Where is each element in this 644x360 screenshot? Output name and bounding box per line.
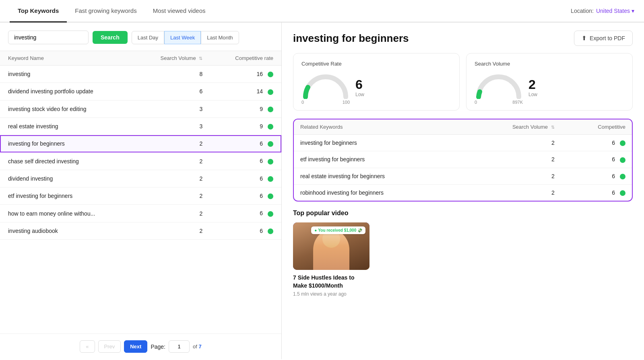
rate-cell: 6 xyxy=(211,222,281,239)
rate-dot xyxy=(268,211,273,217)
location-label: Location: xyxy=(571,8,594,14)
volume-value: 2 xyxy=(528,78,536,91)
keyword-cell: dividend investing xyxy=(0,170,134,187)
related-row[interactable]: real estate investing for beginners 2 6 xyxy=(294,168,632,184)
gauge-labels-volume: 0 897K xyxy=(475,100,523,105)
related-col-volume[interactable]: Search Volume ⇅ xyxy=(464,119,561,135)
rate-cell: 14 xyxy=(211,83,281,100)
volume-cell: 8 xyxy=(134,66,211,83)
rate-dot xyxy=(268,89,273,95)
main-layout: Search Last Day Last Week Last Month Key… xyxy=(0,23,644,359)
rate-cell: 6 xyxy=(211,135,281,152)
table-row[interactable]: investing stock video for editing 3 9 xyxy=(0,100,281,117)
filter-last-day[interactable]: Last Day xyxy=(132,31,164,44)
page-label: Page: xyxy=(151,344,165,350)
table-row[interactable]: etf investing for beginners 2 6 xyxy=(0,187,281,205)
related-rate-cell: 6 xyxy=(561,184,632,201)
rate-dot xyxy=(620,174,625,179)
export-button[interactable]: ⬆ Export to PDF xyxy=(574,31,633,46)
table-row[interactable]: chase self directed investing 2 6 xyxy=(0,152,281,170)
search-volume-title: Search Volume xyxy=(475,61,624,67)
filter-last-week[interactable]: Last Week xyxy=(164,31,201,44)
rate-cell: 6 xyxy=(211,152,281,170)
volume-cell: 3 xyxy=(134,100,211,117)
keyword-cell: investing stock video for editing xyxy=(0,100,134,117)
prev-button[interactable]: Prev xyxy=(98,340,121,353)
related-keywords-section: Related Keywords Search Volume ⇅ Competi… xyxy=(293,119,633,202)
rate-dot xyxy=(268,124,273,130)
gauge-value-volume: 2 Low xyxy=(528,78,537,97)
sort-icon: ⇅ xyxy=(199,56,202,61)
video-card[interactable]: ● You received $1,000 💸 7 Side Hustles I… xyxy=(293,222,369,297)
volume-cell: 2 xyxy=(134,170,211,187)
keyword-cell: how to earn money online withou... xyxy=(0,205,134,222)
video-badge: ● You received $1,000 💸 xyxy=(311,226,365,234)
related-keyword-cell: robinhood investing for beginners xyxy=(294,184,464,201)
table-row[interactable]: real estate investing 3 9 xyxy=(0,117,281,135)
volume-cell: 2 xyxy=(134,135,211,152)
tab-top-keywords[interactable]: Top Keywords xyxy=(10,0,67,23)
table-row[interactable]: how to earn money online withou... 2 6 xyxy=(0,205,281,222)
related-row[interactable]: robinhood investing for beginners 2 6 xyxy=(294,184,632,201)
rate-dot xyxy=(268,159,273,165)
export-icon: ⬆ xyxy=(582,35,587,42)
pagination: « Prev Next Page: of 7 xyxy=(0,333,281,359)
volume-cell: 3 xyxy=(134,117,211,135)
search-button[interactable]: Search xyxy=(93,31,128,44)
table-row[interactable]: investing 8 16 xyxy=(0,66,281,83)
video-thumb-inner: ● You received $1,000 💸 xyxy=(293,222,369,270)
nav-tabs: Top Keywords Fast growing keywords Most … xyxy=(10,0,214,22)
gauge-value-competitive: 6 Low xyxy=(355,78,364,97)
tab-most-viewed[interactable]: Most viewed videos xyxy=(145,0,214,23)
table-row-selected[interactable]: investing for beginners 2 6 xyxy=(0,135,281,152)
related-volume-cell: 2 xyxy=(464,184,561,201)
popular-section-title: Top popular video xyxy=(293,210,633,217)
keyword-cell: real estate investing xyxy=(0,117,134,135)
next-button[interactable]: Next xyxy=(124,340,147,353)
video-title: 7 Side Hustles Ideas to Make $1000/Month xyxy=(293,274,369,290)
page-input[interactable] xyxy=(169,340,190,353)
location-value[interactable]: United States ▾ xyxy=(596,8,634,14)
rate-dot xyxy=(268,176,273,182)
rate-dot xyxy=(620,157,625,163)
related-volume-cell: 2 xyxy=(464,168,561,184)
col-search-volume[interactable]: Search Volume ⇅ xyxy=(134,51,211,66)
keyword-title: investing for beginners xyxy=(293,32,409,45)
location-selector[interactable]: Location: United States ▾ xyxy=(571,8,634,14)
gauge-labels-competitive: 0 100 xyxy=(301,100,350,105)
rate-dot xyxy=(268,107,273,112)
top-navigation: Top Keywords Fast growing keywords Most … xyxy=(0,0,644,23)
search-volume-card: Search Volume 0 897K xyxy=(466,53,633,111)
table-row[interactable]: investing audiobook 2 6 xyxy=(0,222,281,239)
related-row[interactable]: etf investing for beginners 2 6 xyxy=(294,151,632,168)
rate-dot xyxy=(268,141,273,147)
gauge-wrapper-volume: 0 897K 2 Low xyxy=(475,71,624,105)
sort-icon: ⇅ xyxy=(551,125,555,130)
page-of: of 7 xyxy=(193,344,202,350)
related-rate-cell: 6 xyxy=(561,135,632,151)
rate-dot xyxy=(620,190,625,196)
search-input[interactable] xyxy=(8,31,89,44)
related-row[interactable]: investing for beginners 2 6 xyxy=(294,135,632,151)
keyword-cell: investing for beginners xyxy=(0,135,134,152)
rate-cell: 9 xyxy=(211,117,281,135)
rate-cell: 6 xyxy=(211,205,281,222)
gauge-svg-volume xyxy=(475,71,523,99)
volume-cell: 2 xyxy=(134,222,211,239)
related-rate-cell: 6 xyxy=(561,151,632,168)
right-header: investing for beginners ⬆ Export to PDF xyxy=(293,31,633,46)
left-panel: Search Last Day Last Week Last Month Key… xyxy=(0,23,282,359)
volume-cell: 6 xyxy=(134,83,211,100)
filter-last-month[interactable]: Last Month xyxy=(201,31,239,44)
gauge-max-competitive: 100 xyxy=(343,100,350,105)
keyword-cell: chase self directed investing xyxy=(0,152,134,170)
volume-sub: Low xyxy=(528,92,537,97)
rate-dot xyxy=(268,72,273,77)
first-page-button[interactable]: « xyxy=(80,340,95,353)
table-row[interactable]: dividend investing 2 6 xyxy=(0,170,281,187)
related-col-competitive: Competitive xyxy=(561,119,632,135)
table-row[interactable]: dividend investing portfolio update 6 14 xyxy=(0,83,281,100)
tab-fast-growing[interactable]: Fast growing keywords xyxy=(67,0,144,23)
right-panel: investing for beginners ⬆ Export to PDF … xyxy=(282,23,644,359)
popular-video-section: Top popular video ● You received $1,000 … xyxy=(293,210,633,297)
